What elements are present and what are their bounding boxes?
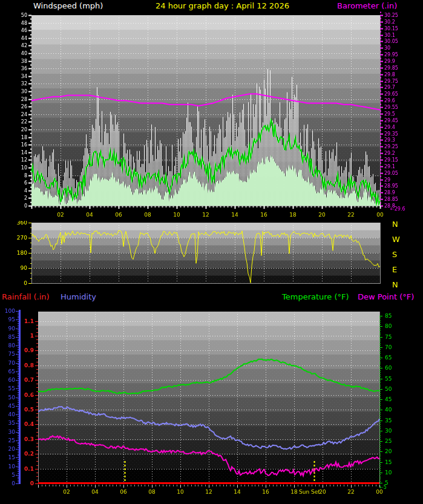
weather-graph-page: Windspeed (mph) 24 hour graph day : Apri… [0, 0, 423, 504]
humidity-axis-title: Humidity [61, 292, 96, 301]
windspeed-barometer-chart [0, 0, 423, 221]
wind-direction-chart [0, 221, 423, 292]
rainfall-humidity-temperature-chart [0, 306, 423, 504]
dewpoint-axis-title: Dew Point (°F) [358, 292, 414, 301]
temperature-axis-title: Temperature (°F) [282, 292, 349, 301]
rainfall-axis-title: Rainfall (.in) [2, 292, 50, 301]
